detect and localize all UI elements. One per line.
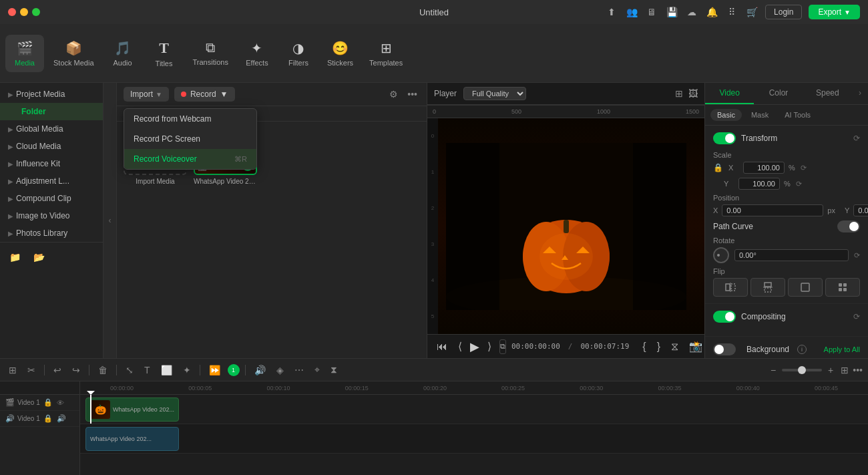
sidebar-item-project-media[interactable]: ▶ Project Media	[0, 86, 103, 103]
flip-vertical-button[interactable]	[750, 278, 785, 297]
split-button[interactable]: ⧖	[668, 339, 681, 354]
sidebar-item-global-media[interactable]: ▶ Global Media	[0, 120, 103, 138]
scale-x-reset-icon[interactable]: ⟳	[801, 164, 807, 172]
save-icon[interactable]: 💾	[665, 5, 678, 19]
tl-text-button[interactable]: T	[141, 363, 154, 377]
background-info-icon[interactable]: i	[797, 345, 807, 354]
timeline-tracks[interactable]: 00:00:00 00:00:05 00:00:10 00:00:15 00:0…	[80, 381, 868, 475]
sidebar-item-photos-library[interactable]: ▶ Photos Library	[0, 224, 103, 242]
track-audio-lock[interactable]: 🔒	[43, 414, 53, 424]
video-clip[interactable]: 🎃 WhatsApp Video 202...	[85, 398, 179, 422]
background-toggle[interactable]	[713, 343, 736, 355]
toolbar-item-stock-media[interactable]: 📦 Stock Media	[47, 35, 101, 72]
compositing-toggle[interactable]	[713, 311, 736, 323]
next-frame-button[interactable]: ⟩	[485, 339, 494, 354]
record-from-webcam-item[interactable]: Record from Webcam	[124, 109, 256, 129]
cloud-icon[interactable]: ☁	[685, 5, 698, 19]
panel-collapse-button[interactable]: ‹	[103, 83, 117, 358]
subtab-basic[interactable]: Basic	[710, 109, 742, 121]
tl-vol-button[interactable]: 🔊	[251, 363, 269, 377]
preview-canvas[interactable]: 012345	[427, 118, 704, 334]
transform-toggle[interactable]	[713, 132, 736, 144]
toolbar-item-transitions[interactable]: ⧉ Transitions	[186, 35, 235, 71]
tl-magic-button[interactable]: ✦	[180, 363, 194, 377]
filter-icon[interactable]: ⚙	[387, 88, 401, 101]
minimize-button[interactable]	[20, 8, 28, 16]
toolbar-item-titles[interactable]: T Titles	[145, 34, 184, 73]
bell-icon[interactable]: 🔔	[705, 5, 718, 19]
tl-dots-button[interactable]: •••	[853, 365, 863, 375]
sidebar-item-image-to-video[interactable]: ▶ Image to Video	[0, 207, 103, 224]
tl-grid-button[interactable]: ⊞	[841, 365, 849, 375]
screen-icon[interactable]: 🖥	[645, 5, 658, 19]
tl-cut2-button[interactable]: ⧗	[327, 362, 341, 377]
audio-clip[interactable]: WhatsApp Video 202...	[85, 427, 179, 451]
sidebar-item-folder[interactable]: Folder	[0, 103, 103, 120]
track-audio-mute[interactable]: 🔊	[56, 414, 67, 424]
import-button[interactable]: Import ▼	[124, 87, 169, 102]
tl-stab-button[interactable]: ⌖	[311, 362, 323, 377]
tl-layout-button[interactable]: ⊞	[5, 363, 20, 377]
track-eye-button[interactable]: 👁	[56, 398, 65, 408]
pos-y-input[interactable]	[853, 204, 868, 216]
flip-other-button[interactable]	[825, 278, 860, 297]
sidebar-item-compound-clip[interactable]: ▶ Compound Clip	[0, 190, 103, 207]
scale-y-reset-icon[interactable]: ⟳	[796, 180, 802, 188]
tl-speed-btn[interactable]: ⏩	[206, 363, 224, 377]
close-button[interactable]	[8, 8, 16, 16]
pos-x-input[interactable]	[722, 204, 823, 216]
toolbar-item-effects[interactable]: ✦ Effects	[238, 35, 276, 72]
mark-in-button[interactable]: {	[640, 339, 648, 354]
apply-all-button[interactable]: Apply to All	[824, 345, 860, 353]
folder-add-icon[interactable]: 📂	[29, 248, 48, 267]
tl-crop-button[interactable]: ⬜	[158, 363, 176, 377]
grid-icon[interactable]: ⠿	[725, 5, 738, 19]
tab-more-icon[interactable]: ›	[852, 83, 868, 104]
rotate-dial[interactable]	[713, 247, 729, 263]
tl-marker-button[interactable]: ◈	[273, 363, 287, 377]
maximize-button[interactable]	[32, 8, 40, 16]
quality-select[interactable]: Full Quality	[463, 87, 526, 100]
people-icon[interactable]: 👥	[625, 5, 638, 19]
cart-icon[interactable]: 🛒	[745, 5, 758, 19]
grid-view-icon[interactable]: ⊞	[675, 88, 683, 99]
toolbar-item-media[interactable]: 🎬 Media	[5, 35, 44, 72]
audio-track-row[interactable]: WhatsApp Video 202...	[80, 424, 868, 454]
sidebar-item-adjustment[interactable]: ▶ Adjustment L...	[0, 172, 103, 190]
mark-out-button[interactable]: }	[654, 339, 663, 354]
tl-zoom-in-button[interactable]: +	[825, 363, 837, 377]
record-button[interactable]: Record ▼	[174, 87, 235, 102]
tab-color[interactable]: Color	[754, 83, 803, 104]
login-button[interactable]: Login	[765, 5, 802, 19]
path-curve-toggle[interactable]	[837, 220, 860, 232]
record-voiceover-item[interactable]: Record Voiceover ⌘R	[124, 149, 256, 169]
folder-new-icon[interactable]: 📁	[5, 248, 24, 267]
transform-reset-icon[interactable]: ⟳	[853, 134, 860, 143]
more-options-icon[interactable]: •••	[405, 88, 420, 101]
tl-zoom-track[interactable]	[782, 369, 822, 371]
tl-zoom-out-button[interactable]: −	[767, 363, 779, 377]
tl-redo-button[interactable]: ↪	[69, 363, 83, 377]
track-lock-button[interactable]: 🔒	[43, 398, 53, 408]
toolbar-item-filters[interactable]: ◑ Filters	[279, 35, 318, 72]
subtab-ai-tools[interactable]: AI Tools	[778, 109, 817, 121]
tl-transform-button[interactable]: ⤡	[122, 363, 137, 377]
screenshot-button[interactable]: 📸	[686, 339, 705, 354]
toolbar-item-stickers[interactable]: 😊 Stickers	[320, 35, 360, 72]
skip-back-button[interactable]: ⏮	[434, 339, 450, 354]
play-button[interactable]: ▶	[470, 339, 479, 354]
tl-motion-button[interactable]: ⋯	[291, 363, 307, 377]
tl-undo-button[interactable]: ↩	[50, 363, 65, 377]
flip-reset-button[interactable]	[788, 278, 823, 297]
rotate-reset-icon[interactable]: ⟳	[854, 251, 860, 260]
export-button[interactable]: Export ▼	[809, 5, 860, 19]
flip-horizontal-button[interactable]	[713, 278, 748, 297]
image-icon[interactable]: 🖼	[688, 88, 698, 99]
rotate-input[interactable]	[734, 249, 849, 261]
compositing-reset-icon[interactable]: ⟳	[853, 312, 860, 321]
tl-cut-button[interactable]: ✂	[24, 363, 39, 377]
share-icon[interactable]: ⬆	[605, 5, 618, 19]
subtab-mask[interactable]: Mask	[744, 109, 775, 121]
prev-frame-button[interactable]: ⟨	[455, 339, 465, 354]
scale-x-input[interactable]	[743, 162, 785, 174]
